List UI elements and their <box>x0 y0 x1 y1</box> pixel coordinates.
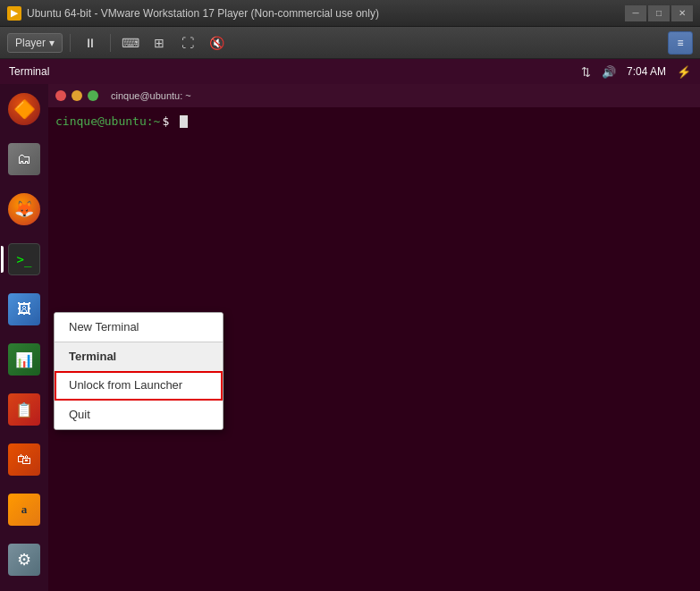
terminal-prompt: cinque@ubuntu:~ $ <box>55 114 693 128</box>
ubuntu-topbar-right: ⇅ 🔊 7:04 AM ⚡ <box>581 65 691 79</box>
files-icon: 🗂 <box>8 143 40 175</box>
amazon-icon: a <box>8 494 40 526</box>
vmware-title-text: Ubuntu 64-bit - VMware Workstation 17 Pl… <box>27 7 620 20</box>
prompt-dollar: $ <box>162 114 169 128</box>
launcher-item-spreadsheet[interactable]: 📊 <box>3 336 46 383</box>
launcher-item-presentation[interactable]: 📋 <box>3 386 46 433</box>
toolbar-separator-2 <box>110 34 111 52</box>
store-icon: 🛍 <box>8 443 40 476</box>
launcher-item-firefox[interactable]: 🦊 <box>3 186 46 232</box>
ubuntu-launcher: 🔶 🗂 🦊 >_ 🖼 📊 📋 🛍 <box>0 84 48 591</box>
toolbar-right-button[interactable]: ≡ <box>668 31 693 55</box>
ubuntu-topbar-title: Terminal <box>9 65 49 78</box>
player-dropdown-icon: ▾ <box>49 37 55 49</box>
context-menu-unlock-launcher[interactable]: Unlock from Launcher <box>55 371 223 400</box>
topbar-time: 7:04 AM <box>627 65 666 78</box>
toolbar-right: ≡ <box>668 31 693 55</box>
presentation-icon: 📋 <box>8 393 40 426</box>
fullscreen-button[interactable]: ⛶ <box>175 31 200 55</box>
titlebar-controls: ─ □ ✕ <box>625 5 693 21</box>
topbar-volume-icon[interactable]: 🔊 <box>602 65 616 79</box>
mute-icon: 🔇 <box>209 36 224 50</box>
launcher-item-ubuntu[interactable]: 🔶 <box>3 86 46 132</box>
prompt-user: cinque@ubuntu:~ <box>55 114 160 128</box>
launcher-item-settings[interactable]: ⚙ <box>3 536 46 583</box>
terminal-cursor <box>180 115 188 128</box>
pause-button[interactable]: ⏸ <box>78 31 103 55</box>
context-menu: New Terminal Terminal Unlock from Launch… <box>54 312 223 430</box>
titlebar-restore-button[interactable]: □ <box>648 5 670 21</box>
launcher-item-files[interactable]: 🗂 <box>3 136 46 182</box>
terminal-close-button[interactable] <box>55 90 66 101</box>
fit-icon: ⊞ <box>154 36 164 50</box>
image-viewer-icon: 🖼 <box>8 293 40 325</box>
fullscreen-icon: ⛶ <box>181 36 194 50</box>
terminal-icon: >_ <box>8 243 40 275</box>
launcher-item-store[interactable]: 🛍 <box>3 436 46 483</box>
spreadsheet-icon: 📊 <box>8 343 40 376</box>
settings-icon: ⚙ <box>8 544 40 576</box>
vmware-titlebar: ▶ Ubuntu 64-bit - VMware Workstation 17 … <box>0 0 700 27</box>
terminal-minimize-button[interactable] <box>72 90 82 101</box>
fit-window-button[interactable]: ⊞ <box>147 31 172 55</box>
toolbar-separator-1 <box>70 34 71 52</box>
ubuntu-main: 🔶 🗂 🦊 >_ 🖼 📊 📋 🛍 <box>0 84 700 591</box>
topbar-power-icon[interactable]: ⚡ <box>677 65 691 79</box>
ubuntu-topbar: Terminal ⇅ 🔊 7:04 AM ⚡ <box>0 59 700 84</box>
toolbar-right-icon: ≡ <box>677 37 683 49</box>
topbar-sort-icon[interactable]: ⇅ <box>581 65 591 79</box>
titlebar-minimize-button[interactable]: ─ <box>625 5 646 21</box>
terminal-titlebar: cinque@ubuntu: ~ <box>48 84 700 107</box>
context-menu-quit[interactable]: Quit <box>55 401 223 429</box>
player-menu-button[interactable]: Player ▾ <box>7 33 63 53</box>
launcher-item-amazon[interactable]: a <box>3 486 46 533</box>
pause-icon: ⏸ <box>84 36 97 50</box>
launcher-item-image-viewer[interactable]: 🖼 <box>3 286 46 333</box>
launcher-item-terminal[interactable]: >_ <box>3 236 46 283</box>
vmware-toolbar: Player ▾ ⏸ ⌨ ⊞ ⛶ 🔇 ≡ <box>0 27 700 59</box>
context-menu-terminal-header: Terminal <box>55 342 223 371</box>
keyboard-icon: ⌨ <box>122 36 139 50</box>
ubuntu-vm: Terminal ⇅ 🔊 7:04 AM ⚡ 🔶 🗂 🦊 >_ 🖼 <box>0 59 700 591</box>
mute-button[interactable]: 🔇 <box>204 31 229 55</box>
ubuntu-logo-icon: 🔶 <box>8 93 40 125</box>
vmware-icon: ▶ <box>7 6 21 21</box>
send-keys-button[interactable]: ⌨ <box>118 31 143 55</box>
context-menu-new-terminal[interactable]: New Terminal <box>55 313 223 342</box>
titlebar-close-button[interactable]: ✕ <box>671 5 693 21</box>
terminal-maximize-button[interactable] <box>88 90 98 101</box>
player-label: Player <box>15 37 46 49</box>
firefox-icon: 🦊 <box>8 193 40 225</box>
terminal-title-text: cinque@ubuntu: ~ <box>111 90 191 101</box>
